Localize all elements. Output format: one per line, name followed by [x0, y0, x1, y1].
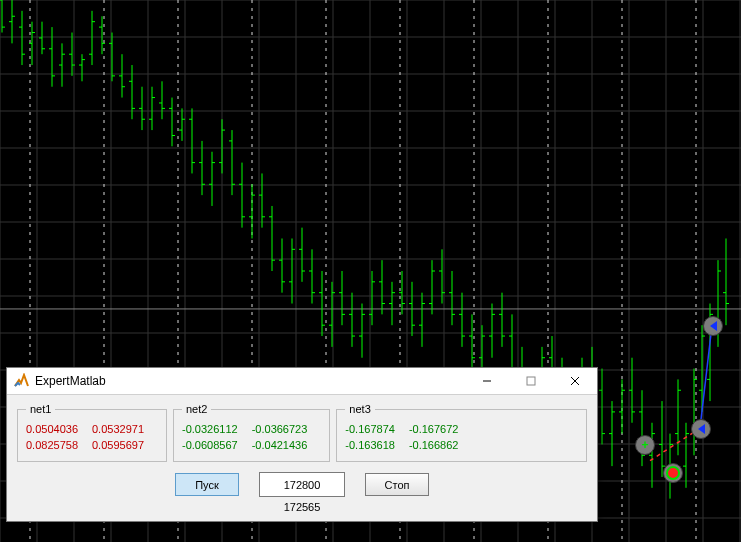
net-value: -0.167672 [409, 421, 473, 437]
matlab-icon [13, 373, 29, 389]
maximize-button[interactable] [509, 368, 553, 394]
net-value: 0.0595697 [92, 437, 158, 453]
dialog-titlebar[interactable]: ExpertMatlab [7, 368, 597, 395]
stop-button[interactable]: Стоп [365, 473, 429, 496]
group-legend: net2 [182, 403, 211, 415]
net-value: -0.0421436 [252, 437, 322, 453]
net-value: -0.0366723 [252, 421, 322, 437]
net-value: 0.0825758 [26, 437, 92, 453]
group-legend: net3 [345, 403, 374, 415]
group-legend: net1 [26, 403, 55, 415]
net-value: -0.0326112 [182, 421, 252, 437]
net-value: -0.163618 [345, 437, 409, 453]
expert-matlab-dialog: ExpertMatlab net10.05040360.05329710.082… [6, 367, 598, 522]
net-value: 0.0532971 [92, 421, 158, 437]
svg-rect-274 [527, 377, 535, 385]
group-net2: net2-0.0326112-0.0366723-0.0608567-0.042… [173, 403, 330, 462]
net-value: 0.0504036 [26, 421, 92, 437]
bars-input[interactable] [259, 472, 345, 497]
net-value: -0.166862 [409, 437, 473, 453]
group-net1: net10.05040360.05329710.08257580.0595697 [17, 403, 167, 462]
close-button[interactable] [553, 368, 597, 394]
dialog-title: ExpertMatlab [35, 374, 106, 388]
chart-marker-ring[interactable] [663, 463, 683, 483]
counter-label: 172565 [17, 501, 587, 513]
start-button[interactable]: Пуск [175, 473, 239, 496]
group-net3: net3-0.167874-0.167672-0.163618-0.166862 [336, 403, 587, 462]
net-value: -0.167874 [345, 421, 409, 437]
net-value: -0.0608567 [182, 437, 252, 453]
minimize-button[interactable] [465, 368, 509, 394]
